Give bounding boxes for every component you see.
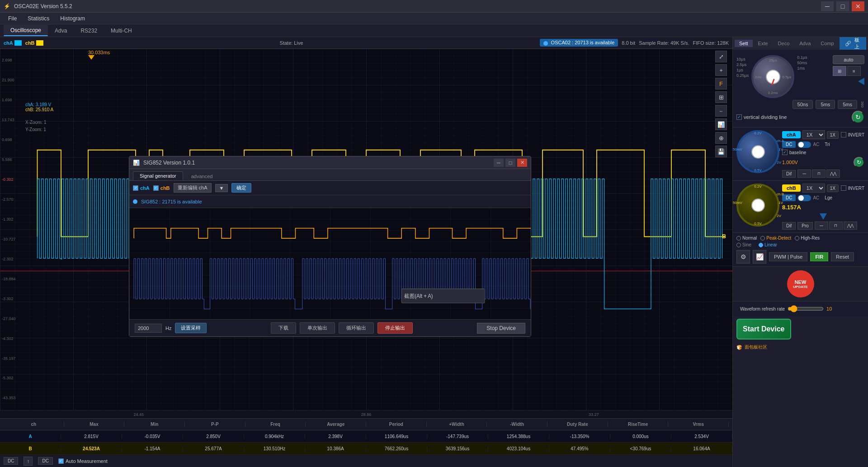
tab-rs232[interactable]: RS232 (74, 25, 104, 36)
download-button[interactable]: 下载 (271, 322, 296, 334)
chb-knob-container[interactable]: 0.2V 0.5V 50mV 1V ch.B 2V (736, 184, 779, 226)
set-sample-button[interactable]: 设置采样 (175, 323, 207, 333)
chart-button[interactable]: 📈 (753, 250, 766, 264)
cursor-button[interactable]: ↔ (715, 105, 727, 117)
time-value-5ms-1[interactable]: 5ms (816, 100, 835, 109)
tab-oscilloscope[interactable]: Oscilloscope (4, 25, 48, 36)
sig-tab-generator[interactable]: Signal generator (133, 171, 183, 180)
chb-dif-button[interactable]: Dif (782, 222, 796, 230)
minimize-button[interactable]: ─ (821, 1, 834, 11)
save-button[interactable]: 💾 (715, 146, 727, 157)
menu-file[interactable]: File (4, 14, 21, 23)
tab-adva[interactable]: Adva (48, 25, 74, 36)
fir-button[interactable]: FIR (810, 252, 828, 261)
frequency-input[interactable] (135, 324, 162, 333)
loop-output-button[interactable]: 循环输出 (339, 322, 374, 334)
cha-button[interactable]: chA (782, 131, 801, 138)
dc-button-right[interactable]: DC (38, 457, 52, 465)
sig-tab-advanced[interactable]: advanced (185, 172, 219, 180)
chb-invert-checkbox[interactable] (841, 185, 846, 191)
fit-screen-button[interactable]: ⤢ (715, 51, 727, 62)
community-link[interactable]: 🍞 面包板社区 (733, 342, 868, 352)
cha-dc-toggle[interactable]: DC (782, 141, 796, 148)
chb-dc-toggle[interactable]: DC (782, 194, 796, 201)
right-tab-comp[interactable]: Comp (816, 40, 838, 47)
menu-statistics[interactable]: Statistics (23, 14, 54, 23)
chb-scale-select[interactable]: 1X10X (802, 184, 825, 193)
sig-dropdown-button[interactable]: ▼ (215, 184, 228, 192)
refresh-rate-slider[interactable] (788, 305, 824, 312)
reset-button[interactable]: Reset (831, 252, 854, 261)
sine-radio-btn[interactable] (736, 243, 741, 247)
cha-dif-button[interactable]: Dif (782, 170, 796, 178)
svg-text:截图(Alt + A): 截图(Alt + A) (404, 293, 433, 299)
sig-status-dot (133, 199, 137, 204)
sig-device-status: SIG852 : 21715 is available (141, 199, 202, 204)
chb-wave-peaks[interactable]: ⋀⋀ (844, 222, 857, 230)
time-knob[interactable]: 25µs 0.2ms 2ms 0.5µs (751, 55, 794, 98)
chb-wave-square[interactable]: ⊓ (829, 222, 843, 230)
cha-knob-container[interactable]: 0.2V 0.5V 50mV 1V ch.A 2V (736, 130, 779, 173)
cha-baseline-refresh[interactable]: ↻ (854, 157, 864, 168)
chb-wave-flat[interactable]: ─ (815, 222, 828, 230)
right-tab-adva[interactable]: Adva (795, 40, 815, 47)
single-output-button[interactable]: 单次输出 (300, 322, 335, 334)
sig-close-button[interactable]: ✕ (517, 159, 527, 167)
normal-radio[interactable] (736, 236, 741, 241)
zoom-in-button[interactable]: + (715, 64, 727, 76)
vert-line-checkbox[interactable]: ✓ (736, 114, 742, 120)
sig-confirm-button[interactable]: 确定 (231, 183, 251, 193)
cha-x1-badge[interactable]: 1X (827, 131, 839, 139)
sig-minimize-button[interactable]: ─ (494, 159, 504, 167)
time-knob-container[interactable]: 25µs 0.2ms 2ms 0.5µs (751, 55, 794, 98)
dc-button-left[interactable]: DC (4, 457, 18, 465)
time-refresh-button[interactable]: ↻ (852, 111, 864, 123)
measure-button[interactable]: 📊 (715, 118, 727, 130)
sig-chart[interactable]: 截图(Alt + A) (129, 208, 531, 319)
favorites-button[interactable]: F (715, 78, 727, 90)
sig-cha-check[interactable]: ✓ (133, 185, 138, 191)
cha-coupling-toggle[interactable] (797, 142, 811, 148)
start-device-button[interactable]: Start Device (736, 319, 791, 340)
time-value-50ns[interactable]: 50ns (793, 100, 813, 109)
cha-scale-select[interactable]: 1X10X (802, 130, 825, 139)
channel-a-arrow[interactable]: ↑ (24, 457, 33, 466)
sig-chb-check[interactable]: ✓ (153, 185, 159, 191)
titlebar: ⚡ OSCA02E Version 5.5.2 ─ □ ✕ (0, 0, 868, 13)
chb-button[interactable]: chB (782, 184, 801, 192)
sig-maximize-button[interactable]: □ (505, 159, 515, 167)
chb-pro-button[interactable]: Pro (797, 222, 813, 230)
grid-button[interactable]: ⊞ (715, 91, 727, 103)
grid-pattern-1[interactable]: ⊞ (833, 66, 846, 76)
new-update-button[interactable]: NEW UPDATE (787, 270, 814, 297)
auto-button[interactable]: auto (833, 55, 864, 64)
cha-wave-peaks[interactable]: ⋀⋀ (826, 170, 840, 178)
chb-x1-badge[interactable]: 1X (827, 184, 839, 192)
close-button[interactable]: ✕ (852, 1, 864, 11)
cha-wave-square[interactable]: ⊓ (812, 170, 826, 178)
time-value-5ms-2[interactable]: 5ms (838, 100, 857, 109)
grid-pattern-2[interactable]: ≡ (847, 66, 861, 76)
cha-wave-flat[interactable]: ─ (797, 170, 811, 178)
menu-histogram[interactable]: Histogram (56, 14, 90, 23)
maximize-button[interactable]: □ (836, 1, 849, 11)
pwm-button[interactable]: PWM | Pulse (769, 252, 807, 261)
right-tab-sett[interactable]: Sett (735, 40, 753, 47)
chb-knob[interactable] (736, 184, 779, 226)
sig-edit-button[interactable]: 重新编辑 chA (174, 183, 212, 193)
auto-measurement-checkbox[interactable]: ✓ Auto Measurement (58, 458, 108, 464)
peak-radio[interactable] (760, 236, 765, 241)
bit-depth: 8.0 bit (622, 40, 635, 46)
right-tab-deco[interactable]: Deco (774, 40, 794, 47)
highres-radio[interactable] (795, 236, 799, 241)
cha-knob[interactable] (736, 130, 779, 173)
right-tab-exte[interactable]: Exte (754, 40, 773, 47)
gear-button[interactable]: ⚙ (736, 250, 750, 264)
stop-device-button[interactable]: Stop Device (477, 323, 525, 334)
cha-invert-checkbox[interactable] (841, 132, 846, 137)
linear-radio-btn[interactable] (759, 243, 763, 247)
stop-output-button[interactable]: 停止输出 (377, 322, 413, 334)
add-button[interactable]: ⊕ (715, 132, 727, 144)
tab-multich[interactable]: Multi-CH (104, 25, 139, 36)
chb-coupling-toggle[interactable] (797, 195, 811, 201)
